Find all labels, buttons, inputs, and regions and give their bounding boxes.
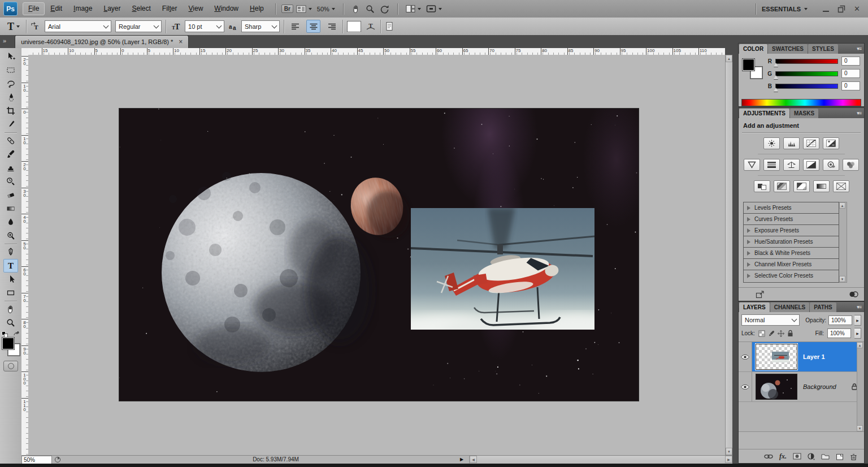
expand-arrow-icon[interactable] (747, 274, 750, 278)
scroll-down-icon[interactable]: ▼ (857, 425, 863, 431)
toggle-character-panel-button[interactable] (385, 21, 394, 31)
path-selection-tool[interactable] (3, 273, 18, 286)
blend-mode-select[interactable]: Normal (741, 314, 800, 326)
eyedropper-tool[interactable] (3, 118, 18, 131)
foreground-color-swatch[interactable] (743, 59, 754, 71)
scroll-down-icon[interactable]: ▼ (839, 276, 845, 282)
scroll-up-icon[interactable]: ▲ (726, 55, 732, 62)
layers-tab-layers[interactable]: LAYERS (739, 302, 770, 312)
clip-to-layer-button[interactable] (848, 291, 858, 298)
layer-thumbnail[interactable] (756, 344, 797, 370)
fill-stepper[interactable]: ▶ (854, 328, 861, 339)
menu-select[interactable]: Select (126, 2, 156, 15)
minimize-button[interactable] (823, 11, 829, 12)
rectangular-marquee-tool[interactable] (3, 63, 18, 77)
layer-thumbnail[interactable] (756, 374, 797, 400)
status-zoom-field[interactable]: 50% (21, 456, 52, 464)
menu-image[interactable]: Image (68, 2, 98, 15)
vibrance-button[interactable] (744, 159, 760, 171)
status-flyout-icon[interactable]: ▶ (460, 457, 463, 462)
layer-row-background[interactable]: Background (739, 372, 864, 402)
layer-name[interactable]: Layer 1 (803, 353, 825, 360)
posterize-button[interactable] (774, 180, 790, 192)
align-center-button[interactable] (306, 20, 320, 33)
curves-button[interactable] (803, 137, 819, 149)
preset-exposure-presets[interactable]: Exposure Presets (744, 225, 839, 236)
scroll-up-icon[interactable]: ▲ (857, 342, 863, 348)
type-tool[interactable]: T (3, 259, 18, 273)
delete-layer-button[interactable] (850, 453, 857, 460)
spectrum-bw-end[interactable] (856, 100, 861, 106)
presets-scrollbar[interactable]: ▲ ▼ (839, 202, 847, 283)
scroll-left-icon[interactable]: ◀ (470, 456, 477, 463)
levels-button[interactable] (783, 137, 800, 149)
lock-transparency-button[interactable] (758, 330, 765, 337)
menu-layer[interactable]: Layer (98, 2, 126, 15)
color-tab-swatches[interactable]: SWATCHES (768, 44, 808, 54)
close-button[interactable]: ✕ (854, 5, 860, 12)
new-adjustment-layer-button[interactable] (808, 453, 815, 460)
mini-bridge-button[interactable] (294, 4, 314, 14)
panel-menu-icon[interactable]: ▾≡ (857, 110, 864, 118)
red-value-field[interactable]: 0 (841, 57, 860, 66)
panel-menu-icon[interactable]: ▾≡ (857, 304, 864, 312)
layers-tab-channels[interactable]: CHANNELS (770, 302, 810, 312)
threshold-button[interactable] (793, 180, 810, 192)
hand-tool-button[interactable] (349, 3, 363, 15)
font-family-select[interactable]: Arial (45, 20, 111, 32)
eye-icon[interactable] (741, 354, 749, 360)
vertical-scrollbar[interactable]: ▲ ▼ (725, 55, 733, 455)
menu-window[interactable]: Window (209, 2, 244, 15)
color-spectrum-ramp[interactable] (741, 99, 861, 106)
collapse-panels-icon[interactable]: » (0, 37, 9, 48)
preset-curves-presets[interactable]: Curves Presets (744, 214, 839, 225)
selective-color-button[interactable] (833, 180, 849, 192)
rectangle-shape-tool[interactable] (3, 286, 18, 300)
hue-saturation-button[interactable] (763, 159, 780, 171)
layers-scrollbar[interactable]: ▲ ▼ (857, 342, 864, 431)
close-tab-icon[interactable]: × (179, 38, 183, 45)
dodge-tool[interactable] (3, 229, 18, 243)
menu-view[interactable]: View (183, 2, 209, 15)
expand-arrow-icon[interactable] (747, 206, 750, 210)
tool-preset-picker[interactable]: T (5, 20, 22, 33)
menu-edit[interactable]: Edit (45, 2, 68, 15)
fill-value-field[interactable]: 100% (827, 328, 851, 338)
invert-button[interactable] (754, 180, 770, 192)
font-style-select[interactable]: Regular (115, 20, 162, 32)
layers-tab-paths[interactable]: PATHS (810, 302, 836, 312)
gradient-tool[interactable] (3, 202, 18, 215)
slider-thumb[interactable] (774, 63, 778, 67)
screen-mode-button[interactable] (424, 3, 444, 14)
adjustments-tab-adjustments[interactable]: ADJUSTMENTS (739, 109, 789, 118)
opacity-value-field[interactable]: 100% (828, 315, 852, 325)
foreground-color-swatch[interactable] (2, 338, 14, 349)
horizontal-scrollbar[interactable]: ◀ ▶ (469, 456, 732, 464)
clone-stamp-tool[interactable] (3, 161, 18, 175)
color-balance-button[interactable] (783, 159, 800, 171)
preset-levels-presets[interactable]: Levels Presets (744, 202, 839, 214)
expand-arrow-icon[interactable] (747, 251, 750, 256)
preset-selective-color-presets[interactable]: Selective Color Presets (744, 270, 839, 281)
brightness-contrast-button[interactable] (763, 137, 780, 149)
lock-position-button[interactable] (778, 330, 784, 337)
zoom-tool-button[interactable] (363, 3, 377, 15)
green-slider[interactable] (775, 71, 838, 76)
panel-menu-icon[interactable]: ▾≡ (857, 46, 864, 54)
menu-file[interactable]: File (23, 2, 45, 15)
slider-thumb[interactable] (774, 88, 778, 92)
visibility-gutter[interactable] (739, 372, 752, 401)
color-tab-styles[interactable]: STYLES (808, 44, 838, 54)
blur-tool[interactable] (3, 215, 18, 229)
lock-pixels-button[interactable] (768, 330, 775, 337)
expand-arrow-icon[interactable] (747, 262, 750, 267)
menu-help[interactable]: Help (244, 2, 270, 15)
text-color-swatch[interactable] (347, 21, 361, 32)
new-layer-button[interactable] (836, 453, 844, 460)
swap-colors-icon[interactable] (13, 331, 20, 337)
align-left-button[interactable] (288, 20, 302, 33)
layer-row-layer-1[interactable]: Layer 1 (739, 342, 864, 372)
align-right-button[interactable] (324, 20, 338, 33)
crop-tool[interactable] (3, 104, 18, 118)
scroll-up-icon[interactable]: ▲ (839, 202, 845, 209)
